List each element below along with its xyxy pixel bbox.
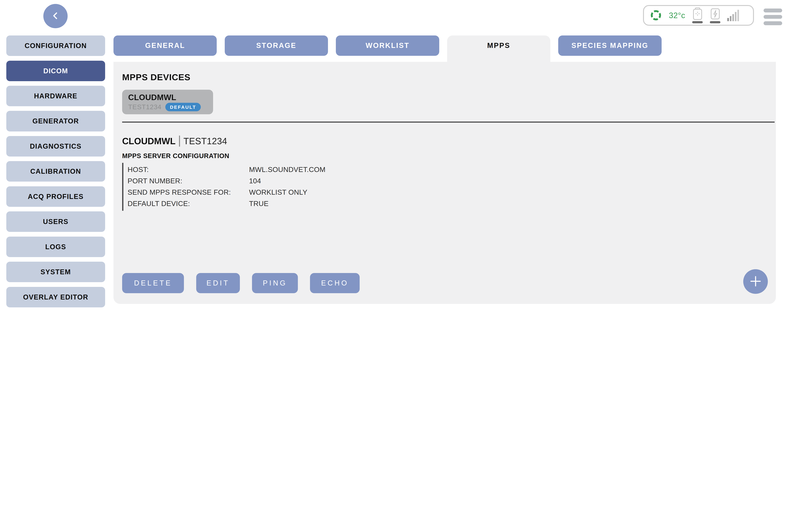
menu-button[interactable] (764, 8, 782, 25)
sidebar-item-calibration[interactable]: CALIBRATION (6, 161, 105, 182)
tab-worklist[interactable]: WORKLIST (336, 36, 439, 56)
config-row-response: SEND MPPS RESPONSE FOR: WORKLIST ONLY (127, 186, 326, 198)
server-configuration-fields: HOST: MWL.SOUNDVET.COM PORT NUMBER: 104 … (122, 163, 326, 211)
mpps-content-panel: MPPS DEVICES CLOUDMWL TEST1234 DEFAULT C… (114, 62, 776, 304)
detail-device-aet: TEST1234 (183, 136, 227, 146)
detail-device-name: CLOUDMWL (122, 136, 176, 146)
sidebar-item-configuration[interactable]: CONFIGURATION (6, 36, 105, 56)
system-status-panel: 32°c (643, 5, 754, 26)
detail-separator (179, 136, 180, 146)
battery-charging-icon (710, 7, 721, 23)
settings-screen: 32°c (0, 0, 788, 443)
device-card-cloudmwl[interactable]: CLOUDMWL TEST1234 DEFAULT (122, 90, 213, 114)
sidebar-item-hardware[interactable]: HARDWARE (6, 86, 105, 106)
sidebar-item-users[interactable]: USERS (6, 211, 105, 232)
config-value: 104 (249, 175, 261, 186)
edit-button[interactable]: EDIT (196, 273, 240, 293)
hamburger-icon (764, 8, 782, 13)
dicom-tab-bar: GENERAL STORAGE WORKLIST MPPS SPECIES MA… (114, 36, 662, 62)
default-badge: DEFAULT (165, 103, 201, 111)
sidebar-item-system[interactable]: SYSTEM (6, 262, 105, 282)
sidebar-item-diagnostics[interactable]: DIAGNOSTICS (6, 136, 105, 157)
device-name: CLOUDMWL (128, 93, 207, 102)
tab-general[interactable]: GENERAL (114, 36, 217, 56)
add-device-button[interactable] (743, 269, 768, 294)
config-label: DEFAULT DEVICE: (127, 198, 249, 209)
config-value: MWL.SOUNDVET.COM (249, 164, 326, 175)
device-actions: DELETE EDIT PING ECHO (122, 273, 360, 293)
config-row-default: DEFAULT DEVICE: TRUE (127, 198, 326, 209)
signal-bars-icon (727, 9, 740, 21)
mpps-devices-title: MPPS DEVICES (122, 72, 191, 82)
sidebar-item-generator[interactable]: GENERATOR (6, 111, 105, 131)
server-configuration-title: MPPS SERVER CONFIGURATION (122, 152, 229, 160)
plus-icon (748, 274, 763, 289)
sidebar-item-logs[interactable]: LOGS (6, 237, 105, 257)
ping-button[interactable]: PING (252, 273, 298, 293)
config-label: PORT NUMBER: (127, 175, 249, 186)
sidebar-item-acq-profiles[interactable]: ACQ PROFILES (6, 186, 105, 207)
chevron-left-icon (51, 11, 60, 21)
echo-button[interactable]: ECHO (310, 273, 360, 293)
config-label: HOST: (127, 164, 249, 175)
device-detail-title: CLOUDMWL TEST1234 (122, 136, 227, 146)
tab-mpps[interactable]: MPPS (447, 36, 550, 62)
config-row-host: HOST: MWL.SOUNDVET.COM (127, 164, 326, 175)
config-value: TRUE (249, 198, 269, 209)
config-value: WORKLIST ONLY (249, 186, 307, 198)
sidebar-item-overlay-editor[interactable]: OVERLAY EDITOR (6, 287, 105, 308)
battery-icon (692, 7, 703, 23)
config-label: SEND MPPS RESPONSE FOR: (127, 186, 249, 198)
devices-divider (122, 121, 774, 123)
battery-level-bar (692, 21, 703, 23)
tab-species-mapping[interactable]: SPECIES MAPPING (558, 36, 662, 56)
config-row-port: PORT NUMBER: 104 (127, 175, 326, 186)
battery-charging-bar (710, 21, 721, 23)
tab-storage[interactable]: STORAGE (225, 36, 328, 56)
sidebar: CONFIGURATION DICOM HARDWARE GENERATOR D… (6, 36, 105, 308)
back-button[interactable] (43, 4, 67, 28)
delete-button[interactable]: DELETE (122, 273, 184, 293)
device-aet: TEST1234 (128, 103, 161, 111)
sidebar-item-dicom[interactable]: DICOM (6, 61, 105, 81)
status-ring-icon (650, 9, 662, 21)
temperature-label: 32°c (669, 11, 685, 20)
